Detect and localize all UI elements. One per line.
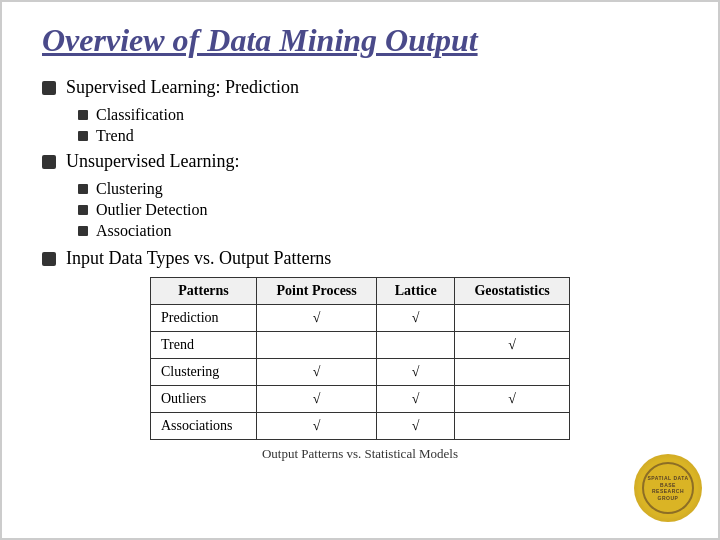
bullet-unsupervised: Unsupervised Learning:: [42, 151, 678, 172]
bullet-icon-1: [42, 81, 56, 95]
bullet-icon-1b: [78, 131, 88, 141]
table-row: Prediction √ √: [151, 305, 570, 332]
classification-label: Classification: [96, 106, 184, 124]
input-types-label: Input Data Types vs. Output Patterns: [66, 248, 331, 269]
bullet-classification: Classification: [78, 106, 678, 124]
table-caption: Output Patterns vs. Statistical Models: [42, 446, 678, 462]
bullet-icon-2b: [78, 205, 88, 215]
clustering-label: Clustering: [96, 180, 163, 198]
row-trend-pp: [257, 332, 377, 359]
bullet-icon-2c: [78, 226, 88, 236]
row-clustering-lat: √: [377, 359, 455, 386]
watermark-inner: SPATIAL DATABASE RESEARCHGROUP: [642, 462, 694, 514]
row-outliers-pp: √: [257, 386, 377, 413]
table-row: Trend √: [151, 332, 570, 359]
col-geostatistics: Geostatistics: [455, 278, 570, 305]
slide: Overview of Data Mining Output Supervise…: [0, 0, 720, 540]
section-supervised: Supervised Learning: Prediction Classifi…: [42, 77, 678, 145]
bullet-trend: Trend: [78, 127, 678, 145]
row-outliers-geo: √: [455, 386, 570, 413]
row-clustering-geo: [455, 359, 570, 386]
section-input-types: Input Data Types vs. Output Patterns Pat…: [42, 248, 678, 462]
bullet-clustering: Clustering: [78, 180, 678, 198]
row-prediction-label: Prediction: [151, 305, 257, 332]
unsupervised-label: Unsupervised Learning:: [66, 151, 239, 172]
slide-title: Overview of Data Mining Output: [42, 22, 678, 59]
bullet-icon-2a: [78, 184, 88, 194]
bullet-supervised: Supervised Learning: Prediction: [42, 77, 678, 98]
row-trend-label: Trend: [151, 332, 257, 359]
watermark-text: SPATIAL DATABASE RESEARCHGROUP: [644, 475, 692, 501]
row-associations-lat: √: [377, 413, 455, 440]
association-label: Association: [96, 222, 172, 240]
row-prediction-pp: √: [257, 305, 377, 332]
table-row: Clustering √ √: [151, 359, 570, 386]
supervised-label: Supervised Learning: Prediction: [66, 77, 299, 98]
row-prediction-lat: √: [377, 305, 455, 332]
bullet-icon-3: [42, 252, 56, 266]
outlier-detection-label: Outlier Detection: [96, 201, 208, 219]
bullet-association: Association: [78, 222, 678, 240]
watermark: SPATIAL DATABASE RESEARCHGROUP: [634, 454, 702, 522]
table-row: Outliers √ √ √: [151, 386, 570, 413]
col-patterns: Patterns: [151, 278, 257, 305]
bullet-input-types: Input Data Types vs. Output Patterns: [42, 248, 678, 269]
row-outliers-label: Outliers: [151, 386, 257, 413]
col-lattice: Lattice: [377, 278, 455, 305]
row-clustering-label: Clustering: [151, 359, 257, 386]
section-unsupervised: Unsupervised Learning: Clustering Outlie…: [42, 151, 678, 240]
row-associations-geo: [455, 413, 570, 440]
row-trend-lat: [377, 332, 455, 359]
table-row: Associations √ √: [151, 413, 570, 440]
output-table: Patterns Point Process Lattice Geostatis…: [150, 277, 570, 440]
row-outliers-lat: √: [377, 386, 455, 413]
table-header-row: Patterns Point Process Lattice Geostatis…: [151, 278, 570, 305]
row-trend-geo: √: [455, 332, 570, 359]
bullet-outlier-detection: Outlier Detection: [78, 201, 678, 219]
col-point-process: Point Process: [257, 278, 377, 305]
bullet-icon-1a: [78, 110, 88, 120]
row-associations-label: Associations: [151, 413, 257, 440]
trend-label: Trend: [96, 127, 134, 145]
row-prediction-geo: [455, 305, 570, 332]
row-clustering-pp: √: [257, 359, 377, 386]
bullet-icon-2: [42, 155, 56, 169]
row-associations-pp: √: [257, 413, 377, 440]
